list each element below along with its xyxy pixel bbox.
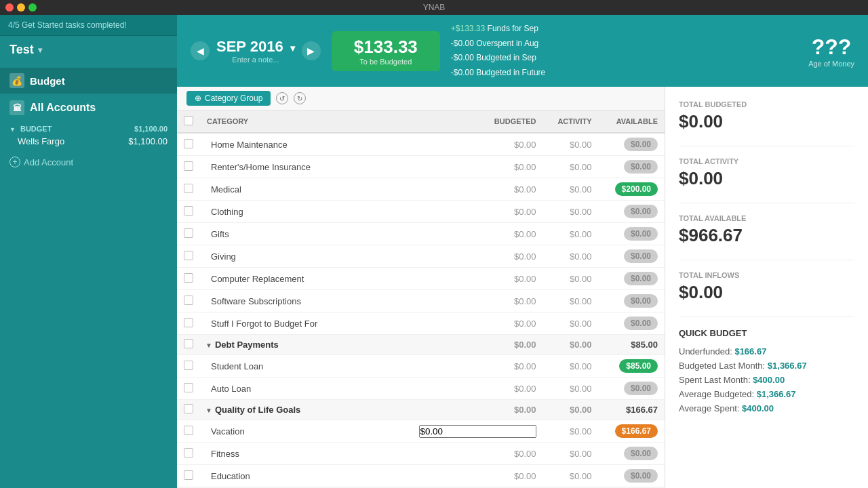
minimize-button[interactable] [17,3,25,12]
age-of-money[interactable]: ??? Age of Money [808,35,854,68]
activity-cell: $0.00 [543,223,599,245]
budgeted-cell[interactable]: $0.00 [390,268,543,290]
sidebar-budget-label: Budget [30,75,65,87]
next-month-button[interactable]: ▶ [302,41,321,60]
sidebar-task-bar[interactable]: 4/5 Get Started tasks completed! [0,15,177,36]
to-be-budgeted-box[interactable]: $133.33 To be Budgeted [332,31,440,71]
available-value: $85.00 [631,340,658,350]
budget-table-area[interactable]: ⊕ Category Group ↺ ↻ CATEGORY BUDGETED A… [177,87,665,488]
row-checkbox[interactable] [184,206,193,216]
total-budgeted-section: TOTAL BUDGETED $0.00 [679,100,854,132]
budgeted-cell[interactable]: $0.00 [390,443,543,465]
row-checkbox[interactable] [184,161,193,171]
budgeted-cell[interactable]: $0.00 [390,465,543,487]
refresh-icon[interactable]: ↺ [276,92,288,104]
total-inflows-section: TOTAL INFLOWS $0.00 [679,271,854,303]
category-name[interactable]: ▼Quality of Life Goals [200,400,390,420]
row-checkbox[interactable] [184,448,193,458]
budgeted-cell[interactable]: $0.00 [390,400,543,420]
available-cell[interactable]: $0.00 [599,223,665,245]
row-checkbox[interactable] [184,361,193,370]
window-controls[interactable] [5,3,37,12]
row-checkbox[interactable] [184,273,193,283]
row-checkbox[interactable] [184,296,193,305]
total-inflows-label: TOTAL INFLOWS [679,271,854,279]
budgeted-input[interactable] [419,425,536,438]
available-cell[interactable]: $0.00 [599,443,665,465]
available-cell[interactable]: $0.00 [599,378,665,400]
quick-budget-item[interactable]: Average Spent: $400.00 [679,403,854,413]
available-cell[interactable]: $166.67 [599,400,665,420]
reload-icon[interactable]: ↻ [294,92,306,104]
available-cell[interactable]: $0.00 [599,201,665,223]
table-row: Auto Loan$0.00$0.00$0.00 [177,378,665,400]
budgeted-cell[interactable]: $0.00 [390,378,543,400]
account-item-wells-fargo[interactable]: Wells Fargo $1,100.00 [9,134,167,148]
available-cell[interactable]: $0.00 [599,133,665,156]
row-checkbox[interactable] [184,470,193,480]
quick-budget-item[interactable]: Spent Last Month: $400.00 [679,375,854,385]
month-note[interactable]: Enter a note... [216,56,295,64]
activity-cell: $0.00 [543,178,599,201]
category-name[interactable]: ▼Debt Payments [200,335,390,355]
budgeted-cell[interactable]: $0.00 [390,312,543,335]
budgeted-cell[interactable]: $0.00 [390,290,543,312]
row-checkbox[interactable] [184,383,193,392]
budgeted-cell[interactable]: $0.00 [390,245,543,268]
table-header: CATEGORY BUDGETED ACTIVITY AVAILABLE [177,110,665,133]
budgeted-cell[interactable]: $0.00 [390,178,543,201]
available-badge: $85.00 [619,359,658,373]
row-checkbox[interactable] [184,426,193,435]
category-name: Auto Loan [200,378,390,400]
activity-cell: $0.00 [543,355,599,378]
row-checkbox[interactable] [184,339,193,348]
close-button[interactable] [5,3,14,12]
sidebar-item-budget[interactable]: 💰 Budget [0,68,177,94]
row-checkbox[interactable] [184,318,193,327]
prev-month-button[interactable]: ◀ [191,41,210,60]
all-accounts-item[interactable]: 🏛 All Accounts [0,94,177,122]
budgeted-cell[interactable]: $0.00 [390,133,543,156]
budgeted-cell[interactable]: $0.00 [390,335,543,355]
account-section: ▼ BUDGET $1,100.00 Wells Fargo $1,100.00 [0,122,177,151]
total-activity-value: $0.00 [679,168,854,189]
budgeted-cell[interactable]: $0.00 [390,201,543,223]
budgeted-cell[interactable]: $0.00 [390,156,543,178]
quick-budget-header: QUICK BUDGET [679,328,854,338]
available-cell[interactable]: $0.00 [599,312,665,335]
maximize-button[interactable] [28,3,37,12]
month-display[interactable]: SEP 2016 ▾ Enter a note... [216,38,295,64]
row-checkbox[interactable] [184,228,193,238]
quick-budget-item[interactable]: Average Budgeted: $1,366.67 [679,389,854,399]
available-cell[interactable]: $200.00 [599,178,665,201]
row-checkbox[interactable] [184,184,193,193]
available-cell[interactable]: $0.00 [599,268,665,290]
budgeted-cell[interactable]: $0.00 [390,223,543,245]
quick-budget-item[interactable]: Budgeted Last Month: $1,366.67 [679,361,854,371]
available-cell[interactable]: $0.00 [599,245,665,268]
row-checkbox[interactable] [184,404,193,413]
available-cell[interactable]: $0.00 [599,465,665,487]
available-cell[interactable]: $166.67 [599,420,665,443]
total-activity-section: TOTAL ACTIVITY $0.00 [679,157,854,189]
budget-section-label[interactable]: ▼ BUDGET $1,100.00 [9,125,167,133]
col-budgeted: BUDGETED [390,110,543,133]
add-account-button[interactable]: + Add Account [0,151,177,173]
qb-value: $1,366.67 [768,361,807,371]
add-category-group-button[interactable]: ⊕ Category Group [186,91,271,106]
available-cell[interactable]: $85.00 [599,335,665,355]
table-row: Student Loan$0.00$0.00$85.00 [177,355,665,378]
available-cell[interactable]: $0.00 [599,290,665,312]
budget-table: CATEGORY BUDGETED ACTIVITY AVAILABLE Hom… [177,110,665,488]
activity-cell: $0.00 [543,290,599,312]
available-cell[interactable]: $0.00 [599,156,665,178]
budgeted-cell[interactable]: $0.00 [390,355,543,378]
budget-name[interactable]: Test ▾ [0,36,177,64]
row-checkbox[interactable] [184,251,193,260]
budgeted-cell[interactable] [390,420,543,443]
table-row: Vacation$0.00$166.67 [177,420,665,443]
quick-budget-item[interactable]: Underfunded: $166.67 [679,346,854,357]
row-checkbox[interactable] [184,139,193,148]
select-all-checkbox[interactable] [184,116,193,125]
available-cell[interactable]: $85.00 [599,355,665,378]
